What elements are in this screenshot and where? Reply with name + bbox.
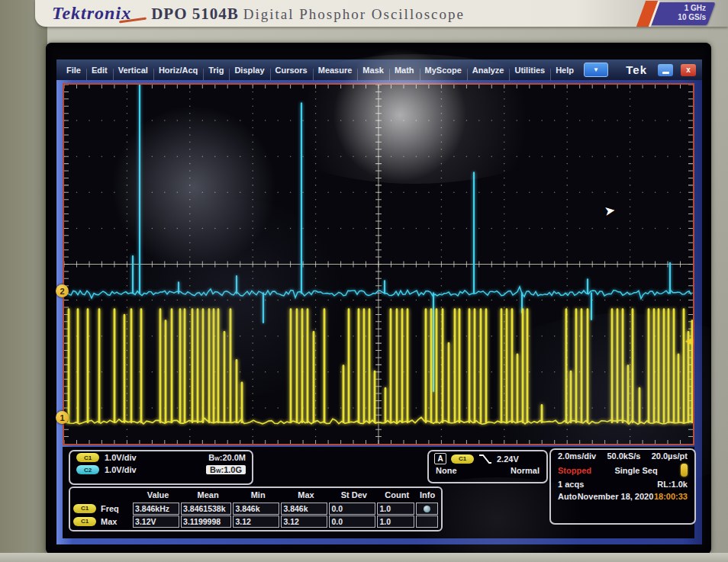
meas2-min: 3.12 <box>233 515 279 528</box>
ch1-bandwidth: BW:20.0M <box>208 453 246 462</box>
ch1-scale[interactable]: 1.0V/div <box>105 453 137 462</box>
meas2-count: 1.0 <box>377 515 414 528</box>
meas2-max: 3.12 <box>281 515 327 528</box>
trigger-right-mode[interactable]: Normal <box>511 466 540 475</box>
menu-measure[interactable]: Measure <box>313 66 358 75</box>
meas2-name: Max <box>101 517 117 526</box>
col-header-max: Max <box>283 490 330 501</box>
measurement-table: Value Mean Min Max St Dev Count Info C1F… <box>69 487 443 531</box>
menu-myscope[interactable]: MyScope <box>420 66 467 75</box>
col-header-mean: Mean <box>182 490 233 501</box>
model-number: DPO 5104BDigital Phosphor Oscilloscope <box>151 5 465 24</box>
measurement-header-row: Value Mean Min Max St Dev Count Info <box>73 489 438 502</box>
ch2-bandwidth[interactable]: BW:1.0G <box>206 465 246 474</box>
meas1-value: 3.846kHz <box>133 503 179 515</box>
ch1-badge[interactable]: C1 <box>76 453 99 462</box>
channel-settings-box: C1 1.0V/div BW:20.0M C2 1.0V/div BW:1.0G <box>69 450 253 485</box>
sample-rate: 50.0kS/s <box>607 451 640 461</box>
crt-screen: File Edit Vertical Horiz/Acq Trig Displa… <box>46 43 711 554</box>
meas2-info-cell[interactable] <box>416 515 438 528</box>
info-icon[interactable] <box>424 506 430 512</box>
meas1-name: Freq <box>101 504 119 513</box>
menu-math[interactable]: Math <box>389 66 420 75</box>
menu-help[interactable]: Help <box>550 66 579 75</box>
mouse-cursor: ➤ <box>604 202 617 220</box>
trigger-level[interactable]: 2.24V <box>497 454 519 464</box>
horizontal-box: 2.0ms/div 50.0kS/s 20.0µs/pt Stopped Sin… <box>549 448 696 525</box>
lcd-content: File Edit Vertical Horiz/Acq Trig Displa… <box>56 59 702 544</box>
channel1-marker[interactable]: 1 <box>56 411 69 424</box>
menu-cursors[interactable]: Cursors <box>270 66 313 75</box>
ch2-scale[interactable]: 1.0V/div <box>105 465 137 474</box>
record-length: RL:1.0k <box>657 480 688 489</box>
bezel-branding-strip: Tektronix DPO 5104BDigital Phosphor Osci… <box>35 0 728 27</box>
trigger-mode[interactable]: Auto <box>558 492 577 501</box>
waveform-window: 2 1 ◄ ➤ <box>63 83 694 445</box>
menu-file[interactable]: File <box>61 66 86 75</box>
menu-display[interactable]: Display <box>229 66 269 75</box>
trigger-level-arrow[interactable]: ◄ <box>683 337 694 345</box>
acquisition-state: Stopped <box>558 466 591 475</box>
horizontal-scale[interactable]: 2.0ms/div <box>558 451 596 461</box>
meas1-stdev: 0.0 <box>329 503 375 515</box>
measurement-row-max: C1Max 3.12V 3.1199998 3.12 3.12 0.0 1.0 <box>73 515 438 528</box>
status-area: C1 1.0V/div BW:20.0M C2 1.0V/div BW:1.0G <box>63 447 694 538</box>
measurement-row-freq: C1Freq 3.846kHz 3.8461538k 3.846k 3.846k… <box>73 502 438 515</box>
close-icon: x <box>686 66 691 74</box>
menu-bar: File Edit Vertical Horiz/Acq Trig Displa… <box>56 59 702 80</box>
desktop-frame: 2 1 ◄ ➤ C1 1.0V/div BW:20.0M <box>56 80 702 544</box>
col-header-count: Count <box>378 490 415 501</box>
trigger-left-mode[interactable]: None <box>436 466 457 475</box>
oscilloscope-photo: Tektronix DPO 5104BDigital Phosphor Osci… <box>0 0 728 562</box>
trigger-box: A C1 2.24V None Normal <box>427 450 548 483</box>
menu-trig[interactable]: Trig <box>203 66 229 75</box>
menu-analyze[interactable]: Analyze <box>467 66 510 75</box>
menu-horiz-acq[interactable]: Horiz/Acq <box>153 66 203 75</box>
meas1-info-cell[interactable] <box>416 503 438 515</box>
bandwidth-badge: 1 GHz10 GS/s <box>642 2 716 25</box>
sample-resolution: 20.0µs/pt <box>652 451 688 461</box>
model-description: Digital Phosphor Oscilloscope <box>243 6 465 22</box>
meas2-mean: 3.1199998 <box>181 515 231 528</box>
close-button[interactable]: x <box>681 64 696 76</box>
meas1-max: 3.846k <box>281 503 327 515</box>
minimize-button[interactable] <box>658 64 673 76</box>
acq-count: 1 acqs <box>558 480 584 489</box>
col-header-info: Info <box>417 490 438 501</box>
col-header-min: Min <box>235 490 282 501</box>
clock-readout: 18:00:33 <box>654 492 688 501</box>
col-header-value: Value <box>135 490 182 501</box>
trigger-bus-badge: A <box>434 453 446 464</box>
meas1-count: 1.0 <box>377 503 414 515</box>
channel2-marker[interactable]: 2 <box>56 284 69 297</box>
chevron-down-icon: ▼ <box>593 66 599 73</box>
falling-edge-icon <box>478 454 492 464</box>
ch2-badge[interactable]: C2 <box>76 465 99 474</box>
col-header-stdev: St Dev <box>330 490 377 501</box>
menu-dropdown-button[interactable]: ▼ <box>584 63 608 77</box>
meas2-source-badge: C1 <box>73 517 96 526</box>
minimize-icon <box>662 72 669 74</box>
trigger-source-badge[interactable]: C1 <box>451 454 474 464</box>
date-readout: November 18, 2020 <box>578 492 654 501</box>
menu-mask[interactable]: Mask <box>357 66 389 75</box>
menu-vertical[interactable]: Vertical <box>113 66 153 75</box>
meas1-min: 3.846k <box>233 503 279 515</box>
acquisition-mode[interactable]: Single Seq <box>614 466 657 475</box>
meas1-source-badge: C1 <box>73 504 96 513</box>
badge-stripe <box>636 1 660 27</box>
menu-edit[interactable]: Edit <box>86 66 113 75</box>
meas2-stdev: 0.0 <box>329 515 375 528</box>
menu-utilities[interactable]: Utilities <box>509 66 550 75</box>
acq-indicator-icon <box>681 464 688 477</box>
tektronix-logo: Tektronix <box>52 3 131 24</box>
waveform-svg <box>64 85 693 444</box>
meas1-mean: 3.8461538k <box>181 503 231 515</box>
tek-watermark: Tek <box>626 63 647 76</box>
meas2-value: 3.12V <box>133 515 179 528</box>
